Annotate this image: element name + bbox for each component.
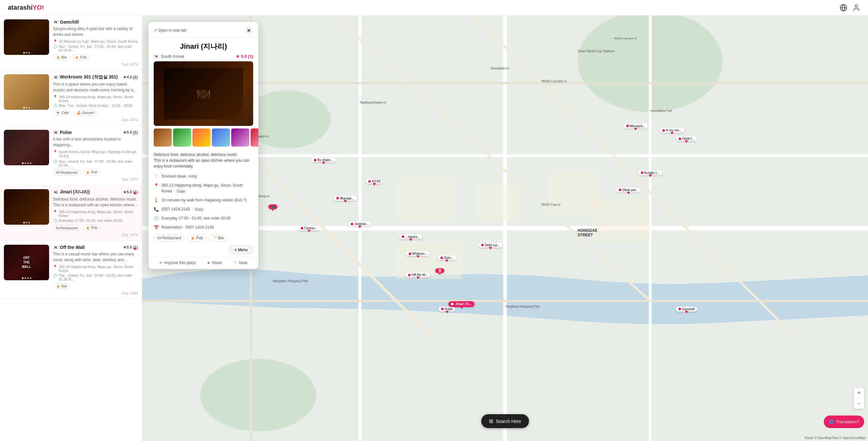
place-hours: 🕐 Sun : closed, Fri, Sat : 17:00 - 02:00… xyxy=(53,44,138,52)
place-address: 📍 365-13 Hapjeong-dong, Mapo-gu, Seoul, … xyxy=(53,210,138,218)
map-pin-workroom[interactable]: Workroo... xyxy=(406,251,430,258)
popup-address-text: 365-13 Hapjeong-dong, Mapo-gu, Seoul, So… xyxy=(161,182,253,194)
map-pin-obok[interactable]: Obok pot... xyxy=(616,188,641,194)
place-title-workroom: 🇰🇷 Workroom 301 (작업실 301) ★4.0 (1) xyxy=(53,74,138,80)
improve-place-button[interactable]: ✏ Improve this place xyxy=(159,260,196,265)
copy-phone-button[interactable]: Copy xyxy=(192,207,206,212)
menu-button[interactable]: ≡ Menu xyxy=(229,245,253,254)
tag-pub: 🍺 Pub xyxy=(83,169,100,175)
popup-thumb-2[interactable] xyxy=(173,128,191,147)
heart-button-offwall[interactable]: ♥ xyxy=(134,246,137,252)
tag-pub: 🍺 Pub xyxy=(72,54,89,60)
place-desc: A bar with a nice atmosphere located in … xyxy=(53,136,138,148)
map-pin-obok2[interactable]: Obok f... xyxy=(676,136,697,143)
place-hours: 🕐 Tue : closed, Fri, Sat : 19:00 - 02:00… xyxy=(53,274,138,281)
header-icons xyxy=(840,4,860,11)
popup-main-image: 🍽 xyxy=(154,61,253,126)
image-dots xyxy=(4,222,49,223)
heart-button-workroom[interactable]: ♡ xyxy=(132,75,136,82)
main-layout: 🇰🇷 Gamchill Sangsu-dong alley A quiet ba… xyxy=(0,0,868,441)
svg-rect-20 xyxy=(549,170,599,214)
save-button[interactable]: ♡ Save xyxy=(234,260,247,265)
place-title-jinari: 🇰🇷 Jinari (지나리) ★5.0 (1) xyxy=(53,189,138,195)
popup-thumb-5[interactable] xyxy=(231,128,249,147)
map-pin-dom[interactable]: Dom... xyxy=(438,255,456,262)
heart-button-pulse[interactable]: ♡ xyxy=(132,131,136,137)
map-pin-hmyroo[interactable]: H my roo... xyxy=(660,128,684,135)
translation-icon: 🌐 xyxy=(829,419,834,424)
translation-button[interactable]: 🌐 Translation? xyxy=(824,415,864,428)
clock-icon: 🕐 xyxy=(154,216,159,221)
dot xyxy=(23,222,25,223)
place-exp: Exp: 347d xyxy=(53,62,138,66)
place-name: Pulse xyxy=(60,130,72,135)
popup-phone-text: 0507-1424-2145 Copy xyxy=(161,206,253,212)
place-tags: 🍽 Restaurant 🍺 Pub xyxy=(53,169,138,175)
place-address: 📍 382-16 Hapjeong-dong, Mapo-gu, Seoul, … xyxy=(53,265,138,273)
external-link-icon: ↗ xyxy=(154,28,157,33)
map-pin-domaeb[interactable]: 🍺 xyxy=(435,268,444,275)
popup-thumb-3[interactable] xyxy=(192,128,211,147)
map-pin-jinari[interactable]: Jinari (지... xyxy=(448,301,475,309)
popup-title: Jinari (지나리) xyxy=(149,38,258,53)
place-desc: This is a space where you can enjoy bake… xyxy=(53,81,138,93)
map-pin-coreso[interactable]: Coreso... xyxy=(298,226,320,232)
popup-tag-bar: 🥂 Bar xyxy=(209,234,228,242)
dot xyxy=(23,107,25,108)
flag: 🇰🇷 xyxy=(53,74,58,80)
flag: 🇰🇷 xyxy=(53,190,58,195)
place-card-offwall[interactable]: OFFTHEWALL 🇰🇷 Off the Wall ★5.0 (1) This… xyxy=(0,241,142,299)
app-header: atarashiYO! xyxy=(0,0,868,15)
popup-thumb-6[interactable] xyxy=(251,128,258,147)
svg-point-2 xyxy=(855,5,858,7)
popup-thumbnail-row: + Add Pics xyxy=(149,126,258,149)
place-card-pulse[interactable]: 🇰🇷 Pulse ★5.0 (1) A bar with a nice atmo… xyxy=(0,126,142,185)
share-icon: ➤ xyxy=(207,260,210,265)
user-icon[interactable] xyxy=(852,4,860,11)
place-exp: Exp: 347d xyxy=(53,177,138,181)
map-pin-merseysi[interactable]: Merseysi... xyxy=(624,124,648,130)
place-content-jinari: 🇰🇷 Jinari (지나리) ★5.0 (1) Delicious food,… xyxy=(49,189,138,237)
dot xyxy=(28,107,30,108)
tag-cafe: ☕ Cafe xyxy=(53,110,72,116)
zoom-out-button[interactable]: − xyxy=(854,399,864,409)
map-pin-kifkif[interactable]: Kif Kif xyxy=(366,179,383,186)
place-hours: 🕐 Sun : closed, Fri, Sat : 17:00 - 02:00… xyxy=(53,159,138,167)
map-pin-delhicur[interactable]: Delhi cur... xyxy=(478,243,502,250)
reservation-icon: 📅 xyxy=(154,225,159,230)
image-dots xyxy=(4,107,49,108)
place-content-offwall: 🇰🇷 Off the Wall ★5.0 (1) This is a casua… xyxy=(49,245,138,295)
search-here-button[interactable]: ⊞ Search Here xyxy=(481,414,529,428)
copy-address-button[interactable]: Copy xyxy=(174,189,188,194)
place-address: 📍 32 Wausan-ro 3-gil, Mapo-gu, Seoul, So… xyxy=(53,39,138,43)
map-pin-offwall[interactable]: Off the W... xyxy=(406,273,430,279)
map-pin-gamchill[interactable]: Gamchill xyxy=(676,307,697,313)
share-button[interactable]: ➤ Share xyxy=(207,260,222,265)
place-card-workroom[interactable]: 🇰🇷 Workroom 301 (작업실 301) ★4.0 (1) This … xyxy=(0,70,142,126)
dot xyxy=(28,52,30,54)
zoom-in-button[interactable]: + xyxy=(854,388,864,399)
place-desc: Sangsu-dong alley A quiet bar with a var… xyxy=(53,26,138,37)
dot xyxy=(25,277,26,279)
map-pin-kungfu[interactable]: Kungfu c... xyxy=(638,170,662,177)
transit-icon: 🚶 xyxy=(154,197,159,203)
place-image-gamchill xyxy=(4,19,49,55)
popup-thumb-4[interactable] xyxy=(212,128,230,147)
map-pin-ompora[interactable]: ...mpora... xyxy=(399,234,423,241)
place-card-gamchill[interactable]: 🇰🇷 Gamchill Sangsu-dong alley A quiet ba… xyxy=(0,15,142,70)
map-pin-moil[interactable]: 📺 xyxy=(268,204,277,211)
dot xyxy=(28,222,30,223)
flag: 🇰🇷 xyxy=(53,19,58,25)
popup-close-button[interactable]: ✕ xyxy=(244,26,253,35)
popup-phone-row: 📞 0507-1424-2145 Copy xyxy=(149,205,258,214)
menu-icon: ≡ xyxy=(235,248,237,252)
map-pin-junjiyoo[interactable]: Junjiyoo... xyxy=(348,221,371,228)
heart-button-jinari[interactable]: ♥ xyxy=(134,190,137,196)
place-content-workroom: 🇰🇷 Workroom 301 (작업실 301) ★4.0 (1) This … xyxy=(49,74,138,122)
popup-thumb-1[interactable] xyxy=(154,128,172,147)
open-in-new-tab-button[interactable]: ↗ Open in new tab xyxy=(154,28,186,33)
map-pin-mujutae[interactable]: Mujutae... xyxy=(334,196,357,203)
map-pin-bychance[interactable]: By chanc... xyxy=(311,158,336,164)
globe-icon[interactable] xyxy=(840,4,847,11)
place-card-jinari[interactable]: 🇰🇷 Jinari (지나리) ★5.0 (1) Delicious food,… xyxy=(0,185,142,241)
